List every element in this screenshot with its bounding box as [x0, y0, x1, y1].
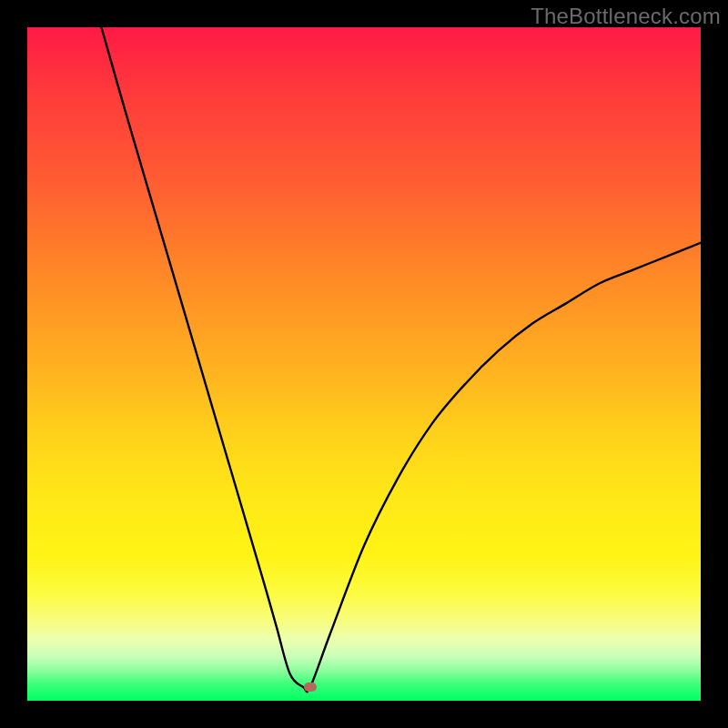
curve-minimum-marker: [304, 682, 317, 692]
curve-svg: [27, 27, 701, 701]
curve-path: [101, 27, 701, 692]
plot-area: [27, 27, 701, 701]
attribution-text: TheBottleneck.com: [531, 4, 721, 29]
chart-frame: TheBottleneck.com: [0, 0, 728, 728]
